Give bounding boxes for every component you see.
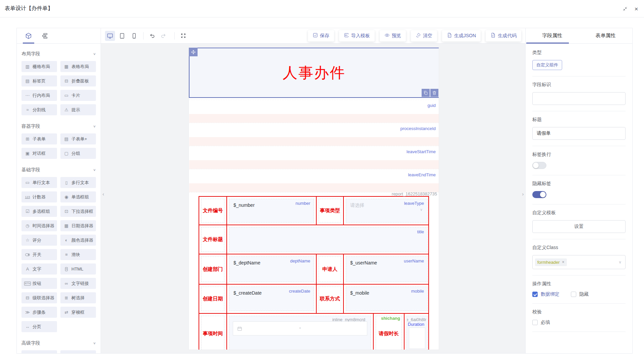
field-label-cell[interactable]: 申请人: [319, 256, 341, 282]
phone-icon[interactable]: [129, 31, 139, 41]
palette-item[interactable]: ▭单行文本: [21, 177, 57, 188]
palette-section-header[interactable]: 高级字段∨: [21, 336, 96, 350]
palette-item[interactable]: 5HTML: [60, 263, 96, 275]
palette-item[interactable]: ⊞自定义区域: [21, 350, 57, 353]
palette-item[interactable]: ◷时间选择器: [21, 220, 57, 231]
collapse-window-icon[interactable]: [622, 6, 628, 12]
field-id-input[interactable]: [532, 92, 626, 105]
custom-class-select[interactable]: formheader × ∨: [532, 255, 626, 269]
delete-icon[interactable]: [430, 89, 438, 97]
duration-cell[interactable]: inline_6ai0h8lrDuration: [407, 316, 428, 350]
palette-item[interactable]: ▯多行文本: [60, 177, 96, 188]
undo-icon[interactable]: [148, 32, 156, 40]
toolbar-button-import[interactable]: 导入模板: [339, 30, 375, 42]
hidden-field-block[interactable]: processInstanceId: [189, 123, 439, 146]
palette-item[interactable]: ◐颜色选择器: [60, 235, 96, 246]
components-cube-icon[interactable]: [24, 32, 33, 40]
toolbar-button-clear[interactable]: 清空: [411, 30, 437, 42]
desktop-icon[interactable]: [105, 31, 115, 41]
palette-item[interactable]: ≫步骤条: [21, 307, 57, 318]
field-input-cell[interactable]: $_createDatecreateDate: [229, 287, 314, 311]
palette-item[interactable]: ≈分割线: [21, 104, 57, 115]
toolbar-button-save[interactable]: 保存: [308, 30, 334, 42]
field-input-cell[interactable]: 请选择leaveType∨: [346, 199, 428, 223]
hidden-field-block[interactable]: leaveEndTime: [189, 169, 439, 192]
field-input-cell[interactable]: title: [229, 227, 428, 252]
palette-item[interactable]: ≣树选择: [60, 292, 96, 303]
palette-item[interactable]: ▣对话框: [21, 148, 57, 159]
daterange-cell[interactable]: inline_nym8mcrdleavedate-: [229, 316, 371, 350]
field-input-cell[interactable]: $_numbernumber: [229, 199, 314, 223]
palette-section-header[interactable]: 布局字段∨: [21, 47, 96, 61]
palette-item[interactable]: BTN按钮: [21, 278, 57, 289]
palette-item[interactable]: 123计数器: [21, 191, 57, 202]
palette-item[interactable]: ▭卡片: [60, 90, 96, 101]
palette-item[interactable]: +自定义组件: [60, 350, 96, 353]
copy-icon[interactable]: [422, 89, 430, 97]
field-label-cell[interactable]: 请假时长shichang: [376, 316, 402, 350]
palette-item[interactable]: ▤子表单+: [60, 133, 96, 144]
table-cell: 文件标题: [199, 225, 227, 254]
label-wrap-toggle[interactable]: [532, 162, 546, 169]
toolbar-button-code[interactable]: 生成代码: [486, 30, 521, 42]
palette-item[interactable]: ⊟级联选择器: [21, 292, 57, 303]
palette-item[interactable]: ⊡下拉选择框: [60, 206, 96, 217]
palette-item[interactable]: ⊟折叠面板: [60, 75, 96, 86]
collapse-right-panel-icon[interactable]: ›: [521, 186, 525, 201]
palette-item[interactable]: ∞文字链接: [60, 278, 96, 289]
collapse-left-panel-icon[interactable]: ‹: [101, 186, 106, 201]
field-label-cell[interactable]: 创建部门: [201, 256, 224, 282]
palette-item[interactable]: 开关: [21, 249, 57, 260]
properties-tabbar: 字段属性表单属性: [526, 28, 632, 44]
field-label-cell[interactable]: 联系方式: [319, 287, 341, 311]
palette-item[interactable]: ↔分页: [21, 321, 57, 332]
palette-item[interactable]: ◉单选框组: [60, 191, 96, 202]
daterange-picker[interactable]: -: [233, 321, 367, 336]
palette-item[interactable]: ▥栅格布局: [21, 61, 57, 72]
redo-icon[interactable]: [159, 32, 168, 40]
title-input[interactable]: [532, 127, 626, 140]
palette-section-header[interactable]: 基础字段∨: [21, 163, 96, 177]
outline-tree-icon[interactable]: [40, 32, 49, 40]
palette-item[interactable]: ▢分组: [60, 148, 96, 159]
validation-checkbox[interactable]: 必填: [532, 319, 550, 325]
field-label-cell[interactable]: 事项类型: [319, 199, 341, 223]
fullscreen-icon[interactable]: [179, 32, 187, 40]
palette-item[interactable]: ☑多选框组: [21, 206, 57, 217]
field-label-cell[interactable]: 事项时间: [201, 316, 224, 350]
palette-item[interactable]: ≡滑块: [60, 249, 96, 260]
field-input-cell[interactable]: $_deptNamedeptName: [229, 256, 314, 282]
palette-item[interactable]: ▦表格布局: [60, 61, 96, 72]
operation-checkbox[interactable]: 隐藏: [571, 291, 589, 297]
palette-item[interactable]: ☆评分: [21, 235, 57, 246]
drag-handle-icon[interactable]: [189, 48, 198, 56]
palette-item[interactable]: ⚠提示: [60, 104, 96, 115]
tab-field-props[interactable]: 字段属性: [526, 28, 579, 43]
tablet-icon[interactable]: [117, 31, 127, 41]
operation-checkbox[interactable]: 数据绑定: [532, 291, 559, 297]
palette-item[interactable]: ⊞子表单: [21, 133, 57, 144]
close-icon[interactable]: ×: [633, 6, 639, 12]
field-label-cell[interactable]: 创建日期: [201, 287, 224, 311]
field-input-cell[interactable]: $_userNameuserName: [346, 256, 428, 282]
tab-form-props[interactable]: 表单属性: [579, 28, 632, 43]
hidden-field-block[interactable]: leaveStartTime: [189, 146, 439, 169]
palette-item[interactable]: ▦日期选择器: [60, 220, 96, 231]
duration-input[interactable]: [409, 327, 425, 349]
toolbar-separator: [174, 32, 175, 40]
palette-item[interactable]: ▤标签页: [21, 75, 57, 86]
toolbar-button-json[interactable]: { }生成JSON: [442, 30, 481, 42]
palette-item[interactable]: ⇄穿梭框: [60, 307, 96, 318]
field-input-cell[interactable]: $_mobilemobile: [346, 287, 428, 311]
field-label-cell[interactable]: 文件标题: [201, 227, 224, 252]
palette-section-header[interactable]: 容器字段∨: [21, 119, 96, 133]
remove-tag-icon[interactable]: ×: [562, 260, 564, 264]
hidden-field-block[interactable]: guid: [189, 100, 439, 123]
template-settings-button[interactable]: 设置: [532, 220, 626, 233]
form-header-block-selected[interactable]: 人事办件: [189, 48, 439, 98]
field-label-cell[interactable]: 文件编号: [201, 199, 224, 223]
palette-item[interactable]: A文字: [21, 263, 57, 275]
palette-item[interactable]: ⋯行内布局: [21, 90, 57, 101]
toolbar-button-preview[interactable]: 预览: [380, 30, 406, 42]
hide-label-toggle[interactable]: [532, 191, 546, 198]
